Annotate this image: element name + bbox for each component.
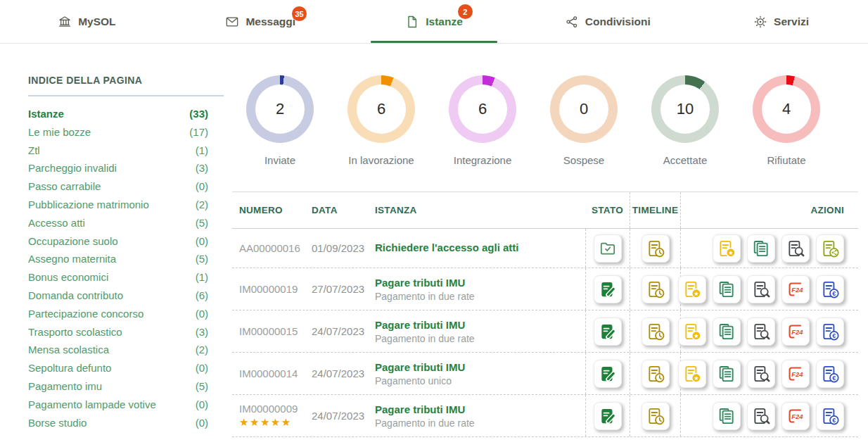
view-document-icon[interactable] xyxy=(747,402,775,430)
donut-in-lavorazione[interactable]: 6 In lavorazione xyxy=(347,75,415,166)
istanza-title-link[interactable]: Pagare tributi IMU xyxy=(375,319,585,331)
stato-cell xyxy=(585,229,630,268)
edit-status-icon[interactable] xyxy=(594,275,622,303)
donut-rifiutate[interactable]: 4 Rifiutate xyxy=(753,75,820,166)
donut-sospese[interactable]: 0 Sospese xyxy=(550,75,618,166)
nav-item-servizi[interactable]: Servizi xyxy=(694,0,868,43)
pay-euro-icon[interactable] xyxy=(816,360,844,388)
donut-ring: 6 xyxy=(347,75,415,143)
view-document-icon[interactable] xyxy=(747,360,775,388)
sidebar-item-partecipazione-concorso[interactable]: Partecipazione concorso(0) xyxy=(28,308,224,326)
timeline-icon[interactable] xyxy=(642,318,670,346)
copy-document-icon[interactable] xyxy=(713,402,741,430)
table-row: IM00000015 24/07/2023 Pagare tributi IMU… xyxy=(232,310,858,353)
donut-value: 6 xyxy=(357,84,406,134)
f24-form-icon[interactable] xyxy=(781,318,810,346)
timeline-icon[interactable] xyxy=(642,360,670,388)
share-icon xyxy=(565,15,579,29)
sidebar-item-parcheggio-invalidi[interactable]: Parcheggio invalidi(3) xyxy=(28,162,224,180)
view-document-icon[interactable] xyxy=(747,318,775,346)
nav-item-mysol[interactable]: MySOL xyxy=(0,0,174,43)
sidebar-item-domanda-contributo[interactable]: Domanda contributo(6) xyxy=(28,289,224,308)
sidebar-item-passo-carrabile[interactable]: Passo carrabile(0) xyxy=(28,180,224,199)
sidebar-item-pubblicazione-matrimonio[interactable]: Pubblicazione matrimonio(2) xyxy=(28,199,224,217)
sidebar-item-borse-studio[interactable]: Borse studio(0) xyxy=(28,417,224,435)
f24-form-icon[interactable] xyxy=(781,402,810,430)
nav-label: Condivisioni xyxy=(585,15,651,28)
sidebar-item-ztl[interactable]: Ztl(1) xyxy=(28,144,224,163)
col-istanza: ISTANZA xyxy=(375,205,585,215)
sidebar-list: Istanze(33) Le mie bozze(17) Ztl(1) Parc… xyxy=(28,108,224,434)
view-document-icon[interactable] xyxy=(747,275,775,303)
sidebar-item-le-mie-bozze[interactable]: Le mie bozze(17) xyxy=(28,126,224,144)
pay-euro-icon[interactable] xyxy=(816,318,844,346)
col-numero: NUMERO xyxy=(239,205,312,215)
edit-status-icon[interactable] xyxy=(594,318,622,346)
nav-item-messaggi[interactable]: Messaggi 35 xyxy=(174,0,347,43)
copy-document-icon[interactable] xyxy=(713,275,741,303)
timeline-icon[interactable] xyxy=(642,234,670,263)
istanza-title-link[interactable]: Richiedere l'accesso agli atti xyxy=(375,241,585,253)
timeline-cell xyxy=(630,395,680,436)
istanze-content: 2 Inviate 6 In lavorazione 6 Integrazion… xyxy=(232,44,868,437)
row-number: IM00000015 xyxy=(239,325,312,337)
istanza-title-link[interactable]: Pagare tributi IMU xyxy=(375,403,585,415)
messages-count-badge: 35 xyxy=(292,6,307,21)
edit-status-icon[interactable] xyxy=(594,360,622,388)
rate-document-icon[interactable] xyxy=(678,275,706,303)
donut-ring: 0 xyxy=(550,75,618,143)
rate-document-icon[interactable] xyxy=(678,318,706,346)
donut-label: Accettate xyxy=(651,154,719,166)
rate-document-icon[interactable] xyxy=(713,234,741,263)
donut-accettate[interactable]: 10 Accettate xyxy=(651,75,719,166)
donut-ring: 2 xyxy=(246,75,314,143)
timeline-cell xyxy=(630,310,680,352)
nav-item-istanze[interactable]: Istanze 2 xyxy=(347,0,521,43)
copy-document-icon[interactable] xyxy=(713,360,741,388)
timeline-icon[interactable] xyxy=(642,275,670,303)
timeline-icon[interactable] xyxy=(642,402,670,430)
donut-label: Inviate xyxy=(246,154,314,166)
table-header: NUMERO DATA ISTANZA STATO TIMELINE AZION… xyxy=(232,192,858,229)
pay-euro-icon[interactable] xyxy=(816,275,844,303)
accepted-folder-icon[interactable] xyxy=(594,234,622,263)
istanza-title-link[interactable]: Pagare tributi IMU xyxy=(375,277,585,289)
f24-form-icon[interactable] xyxy=(781,275,810,303)
edit-status-icon[interactable] xyxy=(594,402,622,430)
donut-ring: 4 xyxy=(753,75,820,143)
row-number: IM00000009★★★★★ xyxy=(239,403,312,429)
copy-document-icon[interactable] xyxy=(747,234,775,263)
sidebar-item-sepoltura-defunto[interactable]: Sepoltura defunto(0) xyxy=(28,362,224,380)
sidebar-item-pagamento-imu[interactable]: Pagamento imu(5) xyxy=(28,380,224,398)
donut-label: Sospese xyxy=(550,154,618,166)
mail-icon xyxy=(225,15,239,29)
donut-ring: 10 xyxy=(651,75,719,143)
pay-euro-icon[interactable] xyxy=(816,402,844,430)
donut-label: Integrazione xyxy=(449,154,516,166)
donut-value: 2 xyxy=(255,84,305,134)
donut-value: 6 xyxy=(458,84,507,134)
istanza-subtitle: Pagamento in due rate xyxy=(375,291,585,302)
donut-integrazione[interactable]: 6 Integrazione xyxy=(449,75,516,166)
rate-document-icon[interactable] xyxy=(678,360,706,388)
nav-item-condivisioni[interactable]: Condivisioni xyxy=(521,0,694,43)
sidebar-item-trasporto-scolastico[interactable]: Trasporto scolastico(3) xyxy=(28,326,224,344)
share-document-icon[interactable] xyxy=(816,234,844,263)
stato-cell xyxy=(585,395,630,436)
sidebar-item-assegno-maternita[interactable]: Assegno maternita(5) xyxy=(28,253,224,271)
bank-icon xyxy=(58,15,72,29)
donut-inviate[interactable]: 2 Inviate xyxy=(246,75,314,166)
view-document-icon[interactable] xyxy=(781,234,810,263)
sidebar-item-mensa-scolastica[interactable]: Mensa scolastica(2) xyxy=(28,344,224,362)
istanza-subtitle: Pagamento in due rate xyxy=(375,417,585,429)
sidebar-item-pagamento-lampade-votive[interactable]: Pagamento lampade votive(0) xyxy=(28,398,224,417)
row-number: IM00000014 xyxy=(239,367,312,379)
sidebar-item-bonus-economici[interactable]: Bonus economici(1) xyxy=(28,271,224,289)
sidebar-item-istanze[interactable]: Istanze(33) xyxy=(28,108,224,126)
copy-document-icon[interactable] xyxy=(713,318,741,346)
f24-form-icon[interactable] xyxy=(781,360,810,388)
sidebar-item-occupazione-suolo[interactable]: Occupazione suolo(0) xyxy=(28,235,224,253)
page-index-sidebar: INDICE DELLA PAGINA Istanze(33) Le mie b… xyxy=(0,44,232,437)
sidebar-item-accesso-atti[interactable]: Accesso atti(5) xyxy=(28,217,224,235)
istanza-title-link[interactable]: Pagare tributi IMU xyxy=(375,361,585,373)
